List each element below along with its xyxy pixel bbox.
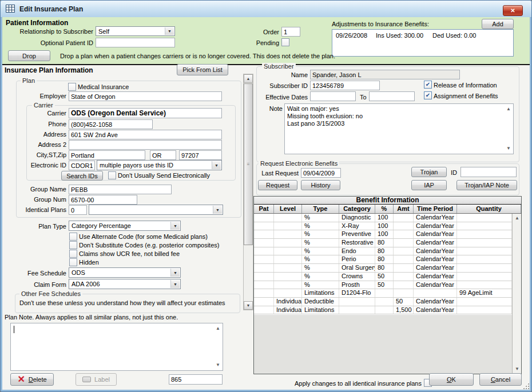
- benefit-table-scrollbar[interactable]: ▲ ▼: [512, 214, 521, 374]
- column-header[interactable]: Time Period: [414, 205, 457, 213]
- search-ids-button[interactable]: Search IDs: [61, 171, 103, 181]
- identical-plans-select[interactable]: ▼: [89, 205, 223, 215]
- phone-field[interactable]: (800)452-1058: [69, 119, 153, 129]
- plan-note-label: Plan Note. Always applies to all similar…: [5, 314, 178, 321]
- chevron-down-icon[interactable]: ▼: [170, 222, 180, 230]
- address-field[interactable]: 601 SW 2nd Ave: [69, 130, 222, 139]
- zip-field[interactable]: 97207: [179, 150, 222, 160]
- benefit-row[interactable]: Limitations D1204-Flo 99 AgeLimit: [254, 289, 512, 298]
- column-header[interactable]: Amt: [394, 205, 414, 213]
- ok-button[interactable]: OK: [429, 373, 474, 386]
- plan-info-header: Insurance Plan Information: [5, 66, 93, 74]
- order-field[interactable]: 1: [281, 27, 300, 37]
- plan-type-select[interactable]: Category Percentage ▼: [69, 221, 181, 231]
- scroll-up-icon[interactable]: ▲: [515, 216, 519, 221]
- city-st-zip-label: City,ST,Zip: [0, 151, 66, 158]
- history-button[interactable]: History: [301, 180, 340, 190]
- group-num-field[interactable]: 6570-00: [69, 195, 137, 205]
- subscriber-id-field[interactable]: 123456789: [310, 81, 380, 90]
- scroll-down-icon[interactable]: ▼: [216, 363, 220, 367]
- benefit-row[interactable]: Individual Limitations 1,500 CalendarYea…: [254, 306, 512, 315]
- drop-button[interactable]: Drop: [8, 50, 50, 61]
- benefit-row[interactable]: % Endo 80 CalendarYear: [254, 247, 512, 256]
- scroll-down-button[interactable]: ▼: [244, 301, 253, 310]
- benefit-row[interactable]: % X-Ray 100 CalendarYear: [254, 222, 512, 231]
- medical-insurance-label: Medical Insurance: [78, 83, 129, 90]
- close-button[interactable]: ✕: [503, 5, 523, 16]
- scroll-down-icon[interactable]: ▼: [506, 146, 511, 151]
- chevron-down-icon[interactable]: ▼: [170, 280, 180, 288]
- trojan-id-field[interactable]: [460, 167, 517, 177]
- electronic-benefits-label: Request Electronic Benefits: [259, 160, 339, 167]
- hidden-label: Hidden: [79, 259, 99, 266]
- label-button[interactable]: Label: [76, 373, 117, 386]
- optional-patient-id-field[interactable]: [96, 38, 175, 47]
- resize-grip[interactable]: [523, 383, 529, 389]
- plan-type-value: Category Percentage: [72, 222, 131, 229]
- adjustments-listbox[interactable]: 09/26/2008 Ins Used: 300.00 Ded Used: 0.…: [332, 29, 514, 57]
- scroll-down-icon[interactable]: ▼: [515, 367, 519, 371]
- add-adjustment-button[interactable]: Add: [482, 19, 514, 29]
- electronic-id-field[interactable]: CDOR1: [69, 161, 95, 170]
- request-button[interactable]: Request: [258, 180, 297, 190]
- pending-checkbox[interactable]: [281, 38, 289, 46]
- address2-field[interactable]: [69, 140, 222, 150]
- dont-send-checkbox[interactable]: [108, 171, 116, 179]
- column-header[interactable]: Pat: [254, 205, 274, 213]
- benefit-table-header: Pat Level Type Category % Amt Time Perio…: [254, 205, 521, 214]
- benefit-row[interactable]: % Prosth 50 CalendarYear: [254, 281, 512, 290]
- chevron-down-icon[interactable]: ▼: [170, 269, 180, 277]
- chevron-down-icon[interactable]: ▼: [212, 161, 221, 169]
- trojan-iap-note-button[interactable]: Trojan/IAP Note: [456, 180, 517, 190]
- city-field[interactable]: Portland: [69, 150, 145, 160]
- carrier-field[interactable]: ODS (Oregon Dental Service): [69, 108, 222, 118]
- group-name-field[interactable]: PEBB: [69, 185, 172, 194]
- delete-button[interactable]: ✕ Delete: [10, 373, 54, 386]
- column-header[interactable]: Level: [274, 205, 302, 213]
- column-header[interactable]: Type: [302, 205, 339, 213]
- employer-field[interactable]: State of Oregon: [69, 91, 222, 101]
- benefit-row[interactable]: % Oral Surgery 80 CalendarYear: [254, 264, 512, 273]
- last-request-field[interactable]: 09/04/2009: [301, 168, 341, 178]
- dont-substitute-checkbox[interactable]: [69, 241, 77, 249]
- title-bar[interactable]: Edit Insurance Plan ✕: [1, 1, 531, 18]
- release-of-information-label: Release of Information: [434, 82, 497, 89]
- column-header[interactable]: %: [375, 205, 394, 213]
- claim-form-select[interactable]: ADA 2006 ▼: [69, 279, 181, 289]
- scroll-up-icon[interactable]: ▲: [506, 107, 511, 111]
- group-name-label: Group Name: [0, 186, 66, 193]
- hidden-checkbox[interactable]: [69, 258, 77, 266]
- benefit-row[interactable]: % Perio 80 CalendarYear: [254, 255, 512, 264]
- chevron-down-icon[interactable]: ▼: [165, 27, 174, 35]
- identical-plans-field[interactable]: 0: [69, 205, 87, 215]
- benefit-row[interactable]: % Diagnostic 100 CalendarYear: [254, 214, 512, 222]
- trojan-button[interactable]: Trojan: [411, 167, 447, 177]
- medical-insurance-checkbox[interactable]: [68, 83, 76, 91]
- plan-note-textarea[interactable]: ▲ ▼: [10, 323, 223, 371]
- assignment-of-benefits-checkbox[interactable]: ✔: [424, 91, 432, 99]
- pending-label: Pending: [233, 39, 279, 46]
- iap-button[interactable]: IAP: [411, 180, 447, 190]
- state-field[interactable]: OR: [150, 150, 176, 160]
- effective-from-field[interactable]: [310, 91, 356, 101]
- scroll-up-icon[interactable]: ▲: [216, 326, 220, 331]
- release-of-information-checkbox[interactable]: ✔: [424, 81, 432, 89]
- plan-id-field[interactable]: 865: [169, 374, 223, 385]
- fee-schedule-select[interactable]: ODS ▼: [69, 267, 181, 278]
- benefit-row[interactable]: % Crowns 50 CalendarYear: [254, 273, 512, 281]
- alternate-code-checkbox[interactable]: [69, 233, 77, 241]
- cancel-button[interactable]: Cancel: [479, 373, 522, 386]
- payor-select[interactable]: multiple payors use this ID ▼: [97, 160, 222, 170]
- benefit-row[interactable]: Individual Deductible 50 CalendarYear: [254, 298, 512, 306]
- relationship-select[interactable]: Self ▼: [96, 26, 175, 36]
- subscriber-note-box[interactable]: Wait on major: yes Missing tooth exclusi…: [284, 103, 514, 154]
- apply-all-label: Apply changes to all identical insurance…: [286, 380, 422, 387]
- column-header[interactable]: Quantity: [457, 205, 521, 213]
- column-header[interactable]: Category: [339, 205, 375, 213]
- chevron-down-icon[interactable]: ▼: [213, 206, 222, 214]
- subscriber-name-label: Name: [217, 71, 308, 78]
- benefit-row[interactable]: % Restorative 80 CalendarYear: [254, 239, 512, 247]
- effective-to-field[interactable]: [369, 91, 415, 101]
- ucr-fee-checkbox[interactable]: [69, 250, 77, 258]
- benefit-row[interactable]: % Preventive 100 CalendarYear: [254, 230, 512, 239]
